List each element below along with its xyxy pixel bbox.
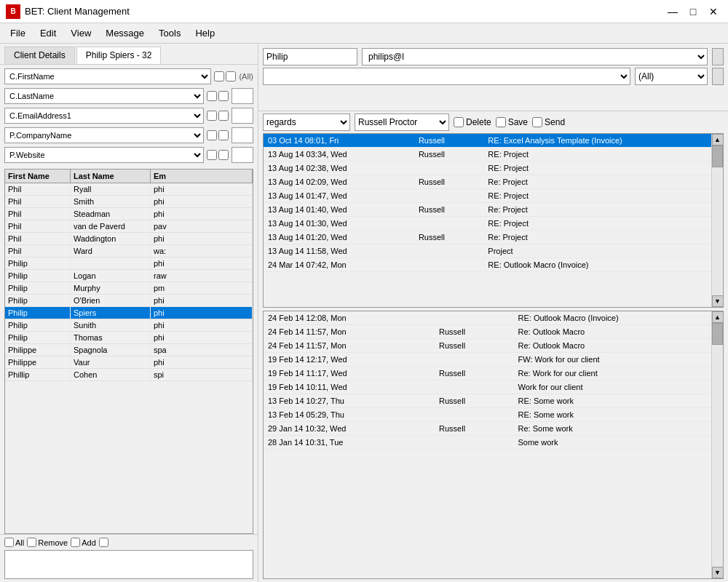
client-row[interactable]: Phil Steadman phi <box>5 208 253 220</box>
filter-firstname-dropdown[interactable]: C.FirstName <box>4 68 211 84</box>
filter-website-dropdown[interactable]: P.Website <box>4 147 204 163</box>
filter-website-text[interactable] <box>232 147 253 163</box>
remove-checkbox-label[interactable]: Remove <box>27 538 68 547</box>
upper-email-row[interactable]: 13 Aug 14 02:38, Wed RE: Project <box>264 162 711 175</box>
upper-email-scroll-body[interactable]: 03 Oct 14 08:01, Fri Russell RE: Excel A… <box>264 134 711 307</box>
name-input[interactable] <box>263 48 357 65</box>
upper-email-row[interactable]: 24 Mar 14 07:42, Mon RE: Outlook Macro (… <box>264 258 711 272</box>
remove-checkbox[interactable] <box>27 538 36 547</box>
email-from <box>435 311 513 325</box>
upper-email-row[interactable]: 03 Oct 14 08:01, Fri Russell RE: Excel A… <box>264 134 711 148</box>
menu-message[interactable]: Message <box>98 25 151 41</box>
delete-checkbox-label[interactable]: Delete <box>454 117 491 127</box>
lower-email-row[interactable]: 24 Feb 14 11:57, Mon Russell Re: Outlook… <box>264 325 711 339</box>
all-checkbox-label[interactable]: All <box>4 538 24 547</box>
send-checkbox[interactable] <box>532 117 542 127</box>
client-row[interactable]: Philip phi <box>5 258 253 270</box>
lower-scroll-thumb[interactable] <box>712 323 723 345</box>
filter-company-check2[interactable] <box>218 130 229 140</box>
all-checkbox[interactable] <box>4 538 14 547</box>
client-row[interactable]: Phil Waddington phi <box>5 233 253 245</box>
menu-tools[interactable]: Tools <box>151 25 188 41</box>
upper-scroll-bar[interactable]: ▲ ▼ <box>711 134 723 307</box>
minimize-button[interactable]: — <box>664 4 681 19</box>
regards-dropdown[interactable]: regards <box>263 113 350 131</box>
lower-scroll-bar[interactable]: ▲ ▼ <box>711 311 723 578</box>
lower-email-row[interactable]: 13 Feb 14 10:27, Thu Russell RE: Some wo… <box>264 394 711 408</box>
lower-email-row[interactable]: 19 Feb 14 12:17, Wed FW: Work for our cl… <box>264 353 711 367</box>
client-row[interactable]: Philip Logan raw <box>5 270 253 282</box>
upper-email-row[interactable]: 13 Aug 14 11:58, Wed Project <box>264 244 711 258</box>
add-checkbox-label[interactable]: Add <box>71 538 96 547</box>
filter-company-check1[interactable] <box>207 130 217 140</box>
client-list-body[interactable]: Phil Ryall phi Phil Smith phi Phil Stead… <box>5 183 253 531</box>
filter-lastname-check2[interactable] <box>218 91 229 101</box>
lower-email-row[interactable]: 24 Feb 14 12:08, Mon RE: Outlook Macro (… <box>264 311 711 325</box>
lower-scroll-track[interactable] <box>712 323 723 567</box>
client-row[interactable]: Phillip Cohen spi <box>5 369 253 381</box>
delete-checkbox[interactable] <box>454 117 464 127</box>
upper-email-row[interactable]: 13 Aug 14 03:34, Wed Russell RE: Project <box>264 148 711 162</box>
lower-email-row[interactable]: 29 Jan 14 10:32, Wed Russell Re: Some wo… <box>264 422 711 436</box>
send-checkbox-label[interactable]: Send <box>532 117 565 127</box>
client-row[interactable]: Philip O'Brien phi <box>5 295 253 307</box>
filter-email-text[interactable] <box>232 108 253 124</box>
menu-view[interactable]: View <box>63 25 98 41</box>
filter-website-check2[interactable] <box>218 150 229 160</box>
menu-edit[interactable]: Edit <box>33 25 63 41</box>
upper-scroll-thumb[interactable] <box>712 146 723 167</box>
close-button[interactable]: ✕ <box>705 4 722 19</box>
client-row[interactable]: Philippe Spagnola spa <box>5 344 253 356</box>
upper-email-row[interactable]: 13 Aug 14 02:09, Wed Russell Re: Project <box>264 175 711 189</box>
filter-lastname-dropdown[interactable]: C.LastName <box>4 88 204 104</box>
filter-lastname-check1[interactable] <box>207 91 217 101</box>
lower-email-row[interactable]: 19 Feb 14 11:17, Wed Russell Re: Work fo… <box>264 367 711 380</box>
bottom-text-area[interactable] <box>4 550 253 579</box>
client-row[interactable]: Philippe Vaur phi <box>5 356 253 369</box>
upper-email-row[interactable]: 13 Aug 14 01:30, Wed RE: Project <box>264 217 711 231</box>
filter-firstname-check2[interactable] <box>226 71 236 81</box>
upper-email-row[interactable]: 13 Aug 14 01:40, Wed Russell Re: Project <box>264 203 711 217</box>
email-dropdown[interactable]: philips@l <box>362 48 708 65</box>
filter-firstname-check1[interactable] <box>214 71 224 81</box>
filter-lastname-text[interactable] <box>232 88 253 104</box>
upper-email-row[interactable]: 13 Aug 14 01:20, Wed Russell Re: Project <box>264 231 711 244</box>
lower-email-row[interactable]: 24 Feb 14 11:57, Mon Russell Re: Outlook… <box>264 339 711 353</box>
lower-scroll-down[interactable]: ▼ <box>712 567 724 578</box>
menu-help[interactable]: Help <box>188 25 222 41</box>
client-row[interactable]: Philip Spiers phi <box>5 307 253 319</box>
lower-scroll-up[interactable]: ▲ <box>712 311 724 323</box>
filter-email-dropdown[interactable]: C.EmailAddress1 <box>4 108 204 124</box>
extra-checkbox[interactable] <box>99 538 108 547</box>
menu-file[interactable]: File <box>3 25 33 41</box>
client-row[interactable]: Philip Thomas phi <box>5 332 253 344</box>
person-dropdown[interactable]: Russell Proctor <box>355 113 449 131</box>
lower-email-row[interactable]: 13 Feb 14 05:29, Thu RE: Some work <box>264 408 711 422</box>
all-filter-dropdown[interactable]: (All) <box>635 68 708 85</box>
lower-email-scroll-body[interactable]: 24 Feb 14 12:08, Mon RE: Outlook Macro (… <box>264 311 711 578</box>
upper-scroll-up[interactable]: ▲ <box>712 134 724 146</box>
upper-scroll-track[interactable] <box>712 146 723 295</box>
client-row[interactable]: Phil Ryall phi <box>5 183 253 196</box>
filter-company-dropdown[interactable]: P.CompanyName <box>4 127 204 143</box>
tab-client-details[interactable]: Client Details <box>4 47 75 64</box>
lower-email-row[interactable]: 28 Jan 14 10:31, Tue Some work <box>264 436 711 450</box>
filter-email-check1[interactable] <box>207 111 217 121</box>
wide-filter-dropdown[interactable] <box>263 68 630 85</box>
client-row[interactable]: Philip Murphy pm <box>5 282 253 295</box>
lower-email-row[interactable]: 19 Feb 14 10:11, Wed Work for our client <box>264 380 711 394</box>
save-checkbox[interactable] <box>496 117 506 127</box>
filter-website-check1[interactable] <box>207 150 217 160</box>
add-checkbox[interactable] <box>71 538 80 547</box>
save-checkbox-label[interactable]: Save <box>496 117 528 127</box>
filter-email-check2[interactable] <box>218 111 229 121</box>
tab-philip-spiers[interactable]: Philip Spiers - 32 <box>76 47 162 64</box>
client-row[interactable]: Philip Sunith phi <box>5 319 253 332</box>
client-row[interactable]: Phil Smith phi <box>5 196 253 208</box>
upper-email-row[interactable]: 13 Aug 14 01:47, Wed RE: Project <box>264 189 711 203</box>
upper-scroll-down[interactable]: ▼ <box>712 295 724 307</box>
maximize-button[interactable]: □ <box>684 4 702 19</box>
filter-company-text[interactable] <box>232 127 253 143</box>
client-row[interactable]: Phil van de Paverd pav <box>5 220 253 233</box>
client-row[interactable]: Phil Ward wa: <box>5 245 253 258</box>
